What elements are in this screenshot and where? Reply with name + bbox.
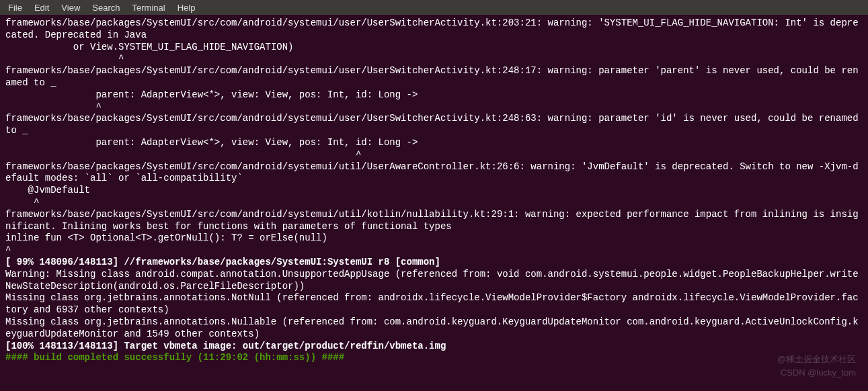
terminal-line: frameworks/base/packages/SystemUI/src/co… [5,65,863,89]
terminal-line: frameworks/base/packages/SystemUI/src/co… [5,17,863,42]
terminal-line: [100% 148113/148113] Target vbmeta image… [5,341,863,353]
watermark-line2: CSDN @lucky_tom [777,366,856,380]
terminal-line: Missing class org.jetbrains.annotations.… [5,292,863,316]
terminal-line: Warning: Missing class android.compat.an… [5,269,863,293]
menubar: File Edit View Search Terminal Help [0,0,868,15]
terminal-line: inline fun <T> Optional<T>.getOrNull(): … [5,232,863,245]
terminal-line: frameworks/base/packages/SystemUI/src/co… [5,161,863,185]
menu-help[interactable]: Help [172,1,201,14]
terminal-line: or View.SYSTEM_UI_FLAG_HIDE_NAVIGATION) [5,42,863,54]
terminal-line: frameworks/base/packages/SystemUI/src/co… [5,113,863,137]
terminal-line: @JvmDefault [5,185,863,197]
menu-view[interactable]: View [56,1,85,14]
terminal-line: Missing class org.jetbrains.annotations.… [5,316,863,341]
terminal-line: ^ [5,245,863,257]
menu-terminal[interactable]: Terminal [127,1,171,14]
terminal-line: ^ [5,101,863,114]
terminal-line: parent: AdapterView<*>, view: View, pos:… [5,137,863,149]
terminal-line: ^ [5,149,863,161]
terminal-line: [ 99% 148096/148113] //frameworks/base/p… [5,257,863,269]
terminal-line: ^ [5,197,863,209]
terminal-line: ^ [5,53,863,65]
terminal-output[interactable]: frameworks/base/packages/SystemUI/src/co… [0,15,868,367]
terminal-line: frameworks/base/packages/SystemUI/src/co… [5,209,863,233]
menu-file[interactable]: File [3,1,28,14]
terminal-line: #### build completed successfully (11:29… [5,352,863,364]
menu-edit[interactable]: Edit [29,1,54,14]
menu-search[interactable]: Search [87,1,125,14]
terminal-line: parent: AdapterView<*>, view: View, pos:… [5,89,863,101]
